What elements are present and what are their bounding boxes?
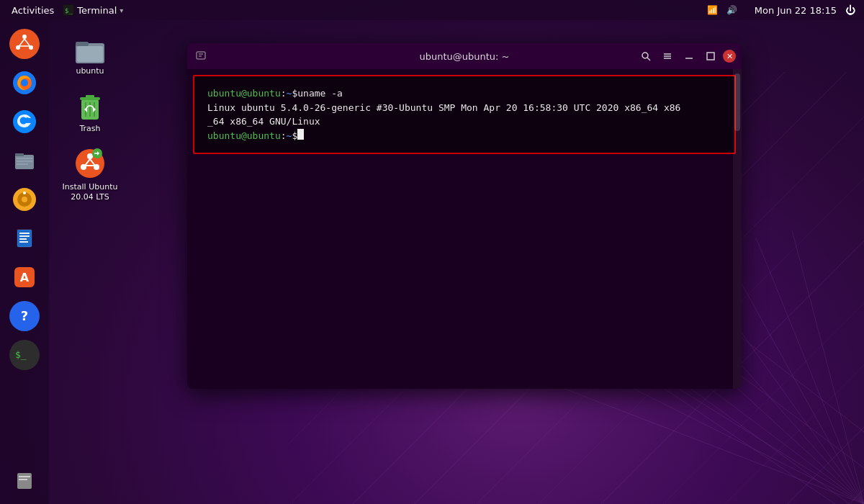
- maximize-button[interactable]: [701, 47, 720, 66]
- titlebar-controls: ✕: [636, 47, 736, 66]
- desktop-icon-trash[interactable]: Trash: [61, 85, 119, 137]
- terminal-sidebar-icon: $_: [9, 340, 40, 370]
- svg-rect-73: [707, 53, 714, 60]
- topbar-left: Activities $_ Terminal ▾: [9, 4, 123, 16]
- svg-rect-53: [86, 95, 94, 98]
- sidebar-item-files[interactable]: [4, 143, 45, 179]
- svg-point-33: [23, 192, 26, 194]
- svg-point-24: [26, 117, 29, 120]
- svg-point-32: [22, 197, 27, 202]
- sidebar: A ? $_: [0, 20, 49, 504]
- terminal-prompt-line2: ubuntu@ubuntu : ~ $: [207, 129, 721, 143]
- search-button[interactable]: [636, 47, 655, 66]
- svg-rect-28: [17, 161, 32, 162]
- terminal-output-line2: _64 x86_64 GNU/Linux: [207, 114, 721, 129]
- menu-button[interactable]: [658, 47, 677, 66]
- desktop-icon-install-ubuntu[interactable]: Install Ubuntu 20.04 LTS: [58, 143, 122, 206]
- sidebar-item-firefox[interactable]: [4, 65, 45, 101]
- trash-icon: [73, 88, 107, 122]
- desktop-icon-ubuntu-home[interactable]: ubuntu: [61, 27, 119, 79]
- svg-point-67: [642, 53, 648, 58]
- terminal-command-line: ubuntu@ubuntu : ~ $ uname -a: [207, 86, 721, 101]
- svg-text:$_: $_: [65, 7, 73, 14]
- svg-rect-46: [19, 476, 30, 477]
- svg-line-6: [792, 230, 864, 504]
- topbar-app-chevron: ▾: [120, 6, 123, 14]
- terminal-app-icon: $_: [63, 4, 74, 16]
- svg-point-23: [13, 110, 36, 133]
- svg-text:$_: $_: [15, 349, 27, 360]
- svg-line-4: [720, 245, 864, 504]
- sidebar-item-files2[interactable]: [4, 462, 45, 498]
- terminal-scrollbar[interactable]: [733, 69, 742, 389]
- volume-icon[interactable]: 🔊: [726, 5, 737, 15]
- output-text-1: Linux ubuntu 5.4.0-26-generic #30-Ubuntu…: [207, 101, 680, 115]
- settings-icon[interactable]: ⏻: [845, 4, 855, 16]
- topbar-app-menu[interactable]: $_ Terminal ▾: [63, 4, 123, 16]
- terminal-output-line1: Linux ubuntu 5.4.0-26-generic #30-Ubuntu…: [207, 101, 721, 115]
- prompt-colon-2: :: [281, 129, 287, 143]
- libreoffice-icon: [9, 223, 40, 253]
- sidebar-item-thunderbird[interactable]: [4, 104, 45, 140]
- svg-rect-50: [77, 46, 103, 62]
- prompt-user-2: ubuntu@ubuntu: [207, 129, 281, 143]
- install-ubuntu-label: Install Ubuntu 20.04 LTS: [63, 182, 118, 203]
- desktop-icons-area: ubuntu Trash: [58, 27, 122, 205]
- prompt-user-1: ubuntu@ubuntu: [207, 86, 281, 101]
- svg-text:?: ?: [21, 308, 28, 323]
- svg-rect-26: [15, 153, 24, 156]
- files-icon: [9, 145, 40, 176]
- svg-rect-35: [19, 233, 30, 234]
- svg-rect-29: [17, 163, 28, 165]
- svg-point-22: [21, 79, 28, 86]
- trash-label: Trash: [79, 124, 100, 134]
- prompt-tilde-2: ~: [287, 129, 292, 143]
- svg-rect-38: [19, 241, 28, 243]
- sidebar-item-libreoffice[interactable]: [4, 220, 45, 256]
- terminal-titlebar: ubuntu@ubuntu: ~: [187, 43, 742, 69]
- sidebar-item-help[interactable]: ?: [4, 298, 45, 334]
- svg-line-5: [756, 238, 864, 504]
- datetime-display[interactable]: Mon Jun 22 18:15: [755, 5, 837, 16]
- desktop: Activities $_ Terminal ▾ 📶 🔊 Mon J: [0, 0, 864, 504]
- svg-rect-47: [19, 479, 27, 480]
- terminal-body[interactable]: ubuntu@ubuntu : ~ $ uname -a Linux ubunt…: [187, 69, 742, 389]
- svg-line-68: [647, 58, 650, 60]
- svg-rect-64: [197, 52, 205, 59]
- prompt-dollar-2: $: [292, 129, 297, 143]
- topbar: Activities $_ Terminal ▾ 📶 🔊 Mon J: [0, 0, 864, 20]
- svg-rect-49: [76, 42, 89, 46]
- sidebar-item-terminal[interactable]: $_: [4, 337, 45, 373]
- minimize-button[interactable]: [680, 47, 698, 66]
- output-text-2: _64 x86_64 GNU/Linux: [207, 114, 320, 129]
- scrollbar-thumb[interactable]: [734, 73, 740, 131]
- sidebar-item-rhythmbox[interactable]: [4, 181, 45, 217]
- titlebar-left: [193, 48, 209, 64]
- terminal-window: ubuntu@ubuntu: ~: [187, 43, 742, 389]
- svg-rect-45: [17, 473, 32, 489]
- svg-rect-27: [17, 158, 32, 159]
- terminal-title: ubuntu@ubuntu: ~: [419, 51, 509, 62]
- prompt-colon-1: :: [281, 86, 287, 101]
- terminal-output-highlight: ubuntu@ubuntu : ~ $ uname -a Linux ubunt…: [193, 75, 736, 154]
- activities-button[interactable]: Activities: [9, 5, 57, 16]
- network-icon[interactable]: 📶: [707, 5, 718, 15]
- appstore-icon: A: [9, 262, 40, 292]
- home-folder-icon: [73, 30, 107, 65]
- help-icon: ?: [9, 301, 40, 331]
- svg-text:A: A: [20, 271, 30, 284]
- prompt-dollar-1: $: [292, 86, 297, 101]
- svg-rect-37: [19, 238, 27, 240]
- bottom-file-icon: [9, 465, 40, 495]
- firefox-icon: [9, 68, 40, 98]
- thunderbird-icon: [9, 107, 40, 137]
- sidebar-item-ubuntu[interactable]: [4, 26, 45, 62]
- sidebar-item-appstore[interactable]: A: [4, 259, 45, 295]
- close-button[interactable]: ✕: [723, 50, 736, 63]
- ubuntu-logo-icon: [9, 29, 40, 59]
- new-tab-icon[interactable]: [193, 48, 209, 64]
- terminal-content: ubuntu@ubuntu : ~ $ uname -a Linux ubunt…: [202, 81, 727, 148]
- ubuntu-home-label: ubuntu: [76, 66, 104, 76]
- svg-rect-36: [19, 235, 30, 237]
- cursor: [297, 129, 304, 140]
